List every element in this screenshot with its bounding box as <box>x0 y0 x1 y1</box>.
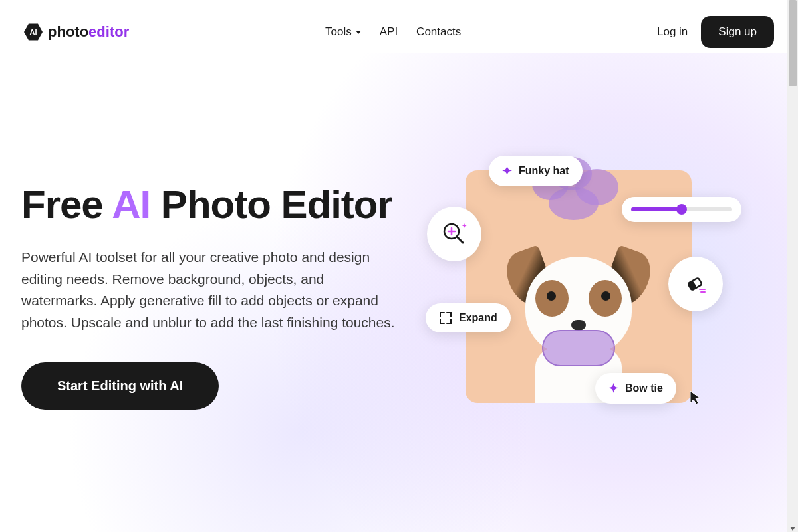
login-label: Log in <box>657 25 688 38</box>
eraser-tool-bubble[interactable] <box>668 257 723 311</box>
hero-title-post: Photo Editor <box>161 182 392 227</box>
nav-right: Log in Sign up <box>657 16 774 48</box>
eraser-icon <box>682 271 709 297</box>
hero-description: Powerful AI toolset for all your creativ… <box>21 247 399 333</box>
pill-funky-label: Funky hat <box>519 165 569 177</box>
logo-accent: editor <box>88 23 129 40</box>
logo-badge-icon: AI <box>24 23 43 41</box>
nav-center: Tools API Contacts <box>325 25 461 39</box>
hero-copy: Free AI Photo Editor Powerful AI toolset… <box>21 104 399 410</box>
hero-title: Free AI Photo Editor <box>21 184 399 225</box>
zoom-tool-bubble[interactable]: ✦ <box>427 207 481 261</box>
sparkle-icon: ✦ <box>608 381 618 396</box>
pill-expand-label: Expand <box>459 312 497 324</box>
svg-line-1 <box>457 237 463 243</box>
top-nav: AI photoeditor Tools API Contacts Log in… <box>0 0 798 64</box>
nav-tools-dropdown[interactable]: Tools <box>325 25 361 39</box>
dog-eye-left <box>547 291 556 301</box>
cta-label: Start Editing with AI <box>57 378 183 393</box>
cursor-pointer-icon <box>688 390 704 406</box>
signup-label: Sign up <box>718 25 757 38</box>
expand-tool-pill[interactable]: Expand <box>426 303 511 332</box>
scroll-down-icon[interactable] <box>790 527 795 531</box>
suggestion-pill-funky-hat[interactable]: ✦ Funky hat <box>489 156 583 186</box>
logo-badge-text: AI <box>30 28 37 36</box>
nav-tools-label: Tools <box>325 25 352 39</box>
nav-contacts-link[interactable]: Contacts <box>416 25 461 39</box>
nav-contacts-label: Contacts <box>416 25 461 39</box>
magnify-plus-icon: ✦ <box>442 221 467 247</box>
nav-api-label: API <box>380 25 398 39</box>
start-editing-button[interactable]: Start Editing with AI <box>21 362 219 410</box>
svg-text:✦: ✦ <box>462 222 467 229</box>
adjustment-slider[interactable] <box>622 197 741 222</box>
nav-api-link[interactable]: API <box>380 25 398 39</box>
logo-prefix: photo <box>48 23 88 40</box>
hero-title-pre: Free <box>21 182 112 227</box>
brand-logo[interactable]: AI photoeditor <box>24 23 129 41</box>
logo-wordmark: photoeditor <box>48 23 129 41</box>
login-button[interactable]: Log in <box>657 25 688 39</box>
suggestion-pill-bowtie[interactable]: ✦ Bow tie <box>595 373 676 404</box>
hero-section: Free AI Photo Editor Powerful AI toolset… <box>0 64 798 410</box>
dog-eye-right <box>601 291 610 301</box>
pill-bowtie-label: Bow tie <box>625 382 663 394</box>
signup-button[interactable]: Sign up <box>701 16 774 48</box>
slider-fill <box>631 207 682 211</box>
dog-nose <box>571 320 586 331</box>
slider-thumb[interactable] <box>676 204 687 215</box>
chevron-down-icon <box>356 31 361 34</box>
slider-track <box>631 207 732 211</box>
hero-illustration: ✦ Funky hat ✦ <box>399 104 777 410</box>
bowtie-overlay-shape <box>542 330 615 366</box>
sparkle-icon: ✦ <box>502 164 512 178</box>
expand-icon <box>439 311 452 325</box>
hero-title-accent: AI <box>112 182 161 227</box>
